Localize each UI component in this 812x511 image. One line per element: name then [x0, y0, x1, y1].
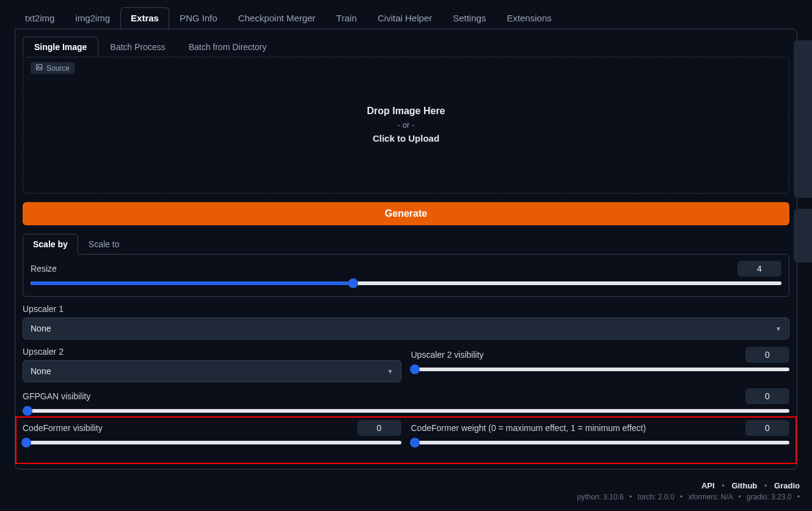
footer-torch: torch: 2.0.0 [638, 493, 675, 501]
codeformer-weight-label: CodeFormer weight (0 = maximum effect, 1… [411, 423, 646, 433]
dropzone-or-text: - or - [398, 120, 414, 129]
sub-tab-batch-process[interactable]: Batch Process [98, 37, 177, 57]
source-dropzone-wrap: Source Drop Image Here - or - Click to U… [23, 57, 789, 194]
svg-point-1 [38, 66, 39, 67]
resize-slider-row: Resize [31, 261, 781, 285]
resize-label: Resize [31, 264, 57, 274]
top-tab-txt2img[interactable]: txt2img [15, 7, 65, 29]
codeformer-weight-slider[interactable] [411, 441, 790, 444]
top-tab-extensions[interactable]: Extensions [496, 7, 561, 29]
upscaler1-label: Upscaler 1 [23, 304, 789, 314]
source-label: Source [31, 62, 75, 74]
source-label-text: Source [46, 64, 70, 73]
top-tab-png-info[interactable]: PNG Info [169, 7, 228, 29]
sub-tab-batch-from-directory[interactable]: Batch from Directory [177, 37, 279, 57]
upscaler2-select[interactable]: None ▼ [23, 360, 401, 382]
upscaler2-vis-value-input[interactable] [745, 347, 789, 363]
scale-panel: Resize [23, 254, 789, 297]
resize-value-input[interactable] [737, 261, 781, 277]
upscaler2-label: Upscaler 2 [23, 347, 401, 357]
top-tab-extras[interactable]: Extras [120, 7, 169, 29]
codeformer-weight-value-input[interactable] [745, 420, 789, 436]
upscaler2-vis-slider[interactable] [411, 368, 790, 371]
gfpgan-label: GFPGAN visibility [23, 391, 90, 401]
top-tab-settings[interactable]: Settings [442, 7, 496, 29]
upscaler2-vis-label: Upscaler 2 visibility [411, 350, 484, 360]
footer-link-gradio[interactable]: Gradio [774, 481, 800, 490]
scale-tab-scale-by[interactable]: Scale by [23, 234, 78, 255]
footer-xformers: xformers: N/A [688, 493, 733, 501]
right-panel-controls [794, 209, 812, 263]
right-panel-preview [794, 40, 812, 198]
dropzone-click-text: Click to Upload [373, 133, 439, 143]
resize-slider[interactable] [31, 281, 781, 285]
footer-gradio: gradio: 3.23.0 [747, 493, 791, 501]
codeformer-vis-label: CodeFormer visibility [23, 423, 103, 433]
top-tab-img2img[interactable]: img2img [65, 7, 120, 29]
right-side-panel [794, 40, 812, 272]
generate-button[interactable]: Generate [23, 202, 789, 225]
chevron-down-icon: ▼ [387, 368, 393, 375]
footer-link-api[interactable]: API [701, 481, 715, 490]
codeformer-vis-slider[interactable] [23, 441, 401, 444]
codeformer-vis-value-input[interactable] [357, 420, 401, 436]
upscaler1-select[interactable]: None ▼ [23, 317, 789, 339]
footer-python: python: 3.10.6 [577, 493, 624, 501]
top-tab-civitai-helper[interactable]: Civitai Helper [367, 7, 442, 29]
gfpgan-slider[interactable] [23, 409, 789, 413]
top-tab-checkpoint-merger[interactable]: Checkpoint Merger [228, 7, 326, 29]
dropzone-drop-text: Drop Image Here [367, 106, 445, 117]
image-icon [35, 63, 43, 73]
image-dropzone[interactable]: Drop Image Here - or - Click to Upload [29, 63, 783, 186]
upscaler1-value: None [31, 324, 51, 333]
top-tab-train[interactable]: Train [326, 7, 367, 29]
footer: API • Github • Gradio python: 3.10.6 • t… [0, 475, 812, 511]
chevron-down-icon: ▼ [775, 325, 781, 332]
upscaler2-value: None [31, 366, 51, 376]
sub-tab-single-image[interactable]: Single Image [23, 37, 98, 57]
footer-link-github[interactable]: Github [731, 481, 757, 490]
scale-tab-scale-to[interactable]: Scale to [78, 234, 130, 255]
gfpgan-value-input[interactable] [745, 388, 789, 404]
